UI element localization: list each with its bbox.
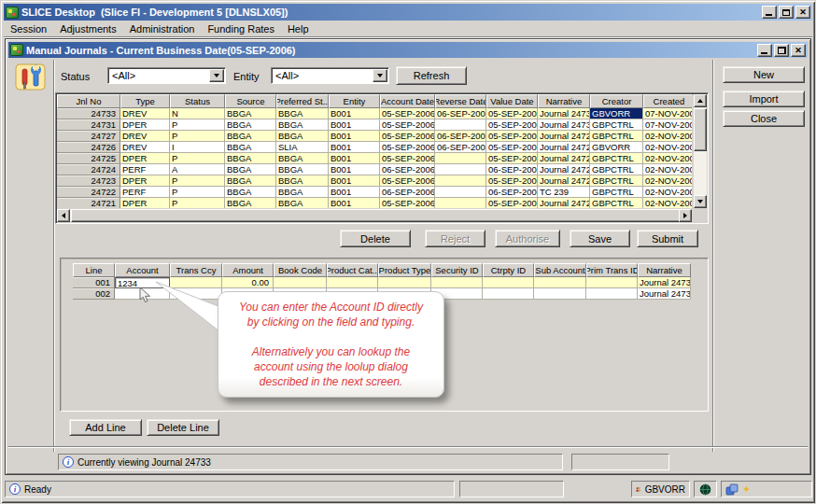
cell[interactable]: SLIA: [276, 142, 329, 153]
cell[interactable]: BBGA: [225, 108, 276, 119]
cell[interactable]: [435, 198, 486, 208]
column-header[interactable]: Product Cat...: [327, 263, 378, 277]
cell[interactable]: DPER: [120, 119, 170, 131]
scroll-left-button[interactable]: [57, 209, 70, 222]
cell[interactable]: 002: [73, 288, 115, 300]
cell[interactable]: 06-SEP-2006: [380, 187, 435, 198]
menu-item-administration[interactable]: Administration: [123, 22, 202, 35]
cell[interactable]: 001: [73, 277, 115, 288]
cell[interactable]: 05-SEP-2006: [486, 131, 538, 142]
minimize-button[interactable]: [762, 6, 777, 19]
cell[interactable]: Journal 2472...: [538, 142, 590, 153]
column-header[interactable]: Source: [225, 94, 276, 108]
cell[interactable]: [431, 277, 483, 288]
cell[interactable]: BBGA: [225, 198, 276, 208]
cell[interactable]: 24726: [57, 142, 120, 153]
cell[interactable]: P: [170, 198, 225, 208]
horizontal-scrollbar[interactable]: [57, 208, 692, 222]
cell[interactable]: GBPCTRL: [590, 164, 643, 175]
cell[interactable]: 06-SEP-2006: [435, 142, 486, 153]
cell[interactable]: TC 239: [538, 187, 590, 198]
cell[interactable]: P: [170, 119, 225, 131]
cell[interactable]: BBGA: [276, 119, 329, 131]
column-header[interactable]: Status: [170, 94, 225, 108]
cell[interactable]: A: [170, 164, 225, 175]
submit-button[interactable]: Submit: [637, 230, 698, 247]
save-button[interactable]: Save: [570, 230, 630, 247]
column-header[interactable]: Reverse Date: [435, 94, 486, 108]
cell[interactable]: [586, 288, 638, 300]
app-icon[interactable]: [6, 7, 19, 19]
cell[interactable]: [534, 277, 586, 288]
cell[interactable]: BBGA: [225, 164, 276, 175]
cell[interactable]: 24724: [57, 164, 120, 175]
cell[interactable]: BBGA: [276, 175, 329, 187]
titlebar[interactable]: SLICE Desktop (Slice FI - Development 5 …: [4, 4, 812, 21]
cell[interactable]: BBGA: [276, 198, 329, 208]
column-header[interactable]: Book Code: [274, 263, 327, 277]
column-header[interactable]: Value Date: [486, 94, 538, 108]
cell[interactable]: 05-SEP-2006: [380, 153, 435, 164]
table-row[interactable]: 24725DPERPBBGABBGAB00105-SEP-200605-SEP-…: [57, 153, 692, 164]
cell[interactable]: [483, 288, 534, 300]
cell[interactable]: 24723: [57, 175, 120, 187]
cell[interactable]: 02-NOV-200...: [643, 153, 692, 164]
import-button[interactable]: Import: [723, 91, 805, 107]
cell[interactable]: P: [170, 187, 225, 198]
hscroll-thumb[interactable]: [71, 209, 681, 222]
cell[interactable]: BBGA: [225, 131, 276, 142]
cell[interactable]: P: [170, 131, 225, 142]
cell[interactable]: B001: [329, 175, 380, 187]
cell[interactable]: 24721: [57, 198, 120, 208]
inner-titlebar[interactable]: Manual Journals - Current Business Date(…: [8, 42, 808, 58]
vscroll-thumb[interactable]: [694, 108, 707, 151]
authorise-button[interactable]: Authorise: [495, 230, 560, 247]
cell[interactable]: PERF: [120, 164, 170, 175]
cell[interactable]: B001: [329, 153, 380, 164]
cell[interactable]: DPER: [120, 198, 170, 208]
cell[interactable]: 24722: [57, 187, 120, 198]
table-row[interactable]: 24726DREVIBBGASLIAB00105-SEP-200606-SEP-…: [57, 142, 692, 153]
column-header[interactable]: Created: [643, 94, 692, 108]
column-header[interactable]: Prim Trans ID: [586, 263, 638, 277]
column-header[interactable]: Security ID: [431, 263, 483, 277]
add-line-button[interactable]: Add Line: [69, 419, 142, 436]
column-header[interactable]: Narrative: [538, 94, 590, 108]
cell[interactable]: 05-SEP-2006: [486, 153, 538, 164]
cell[interactable]: DPER: [120, 175, 170, 187]
cell[interactable]: BBGA: [225, 119, 276, 131]
cell[interactable]: BBGA: [225, 153, 276, 164]
cell[interactable]: [435, 164, 486, 175]
cell[interactable]: 05-SEP-2006: [380, 142, 435, 153]
column-header[interactable]: Trans Ccy: [170, 263, 222, 277]
cell[interactable]: DPER: [120, 153, 170, 164]
cell[interactable]: GBPCTRL: [590, 131, 643, 142]
cell[interactable]: GBPCTRL: [590, 198, 643, 208]
cell[interactable]: 06-SEP-2006: [486, 164, 538, 175]
cell[interactable]: GBPCTRL: [590, 175, 643, 187]
column-header[interactable]: Ctrpty ID: [483, 263, 534, 277]
close-journals-button[interactable]: Close: [723, 110, 805, 127]
column-header[interactable]: Narrative: [638, 263, 691, 277]
table-row[interactable]: 24723DPERPBBGABBGAB00105-SEP-200605-SEP-…: [57, 175, 692, 187]
cell[interactable]: GBVORR: [590, 108, 643, 119]
cell[interactable]: Journal 2473...: [638, 277, 691, 288]
menu-item-session[interactable]: Session: [4, 22, 53, 35]
cell[interactable]: DREV: [120, 108, 170, 119]
delete-button[interactable]: Delete: [340, 230, 411, 247]
status-filter-select[interactable]: <All>: [107, 67, 226, 84]
cell[interactable]: Journal 2472...: [538, 198, 590, 208]
cell[interactable]: Journal 2472...: [538, 153, 590, 164]
cell[interactable]: 05-SEP-2006: [380, 198, 435, 208]
cell[interactable]: Journal 2473...: [538, 119, 590, 131]
delete-line-button[interactable]: Delete Line: [147, 419, 219, 436]
column-header[interactable]: Preferred St...: [276, 94, 329, 108]
cell[interactable]: BBGA: [276, 131, 329, 142]
cell[interactable]: 24725: [57, 153, 120, 164]
vertical-scrollbar[interactable]: [693, 94, 707, 208]
cell[interactable]: 02-NOV-200...: [643, 164, 692, 175]
menu-item-funding-rates[interactable]: Funding Rates: [201, 22, 281, 35]
cell[interactable]: 06-SEP-2006: [435, 131, 486, 142]
column-header[interactable]: Account Date: [380, 94, 435, 108]
cell[interactable]: B001: [329, 198, 380, 208]
